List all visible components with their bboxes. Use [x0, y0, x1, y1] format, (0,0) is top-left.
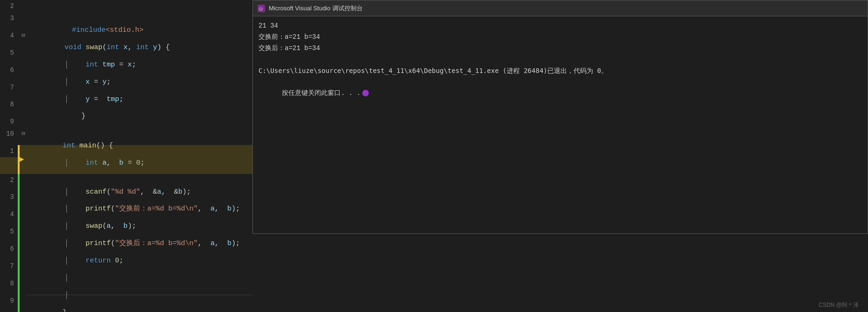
code-line-debug-7: 7 │ — [0, 260, 252, 277]
console-output-empty — [258, 54, 862, 65]
console-press: 按任意键关闭此窗口. . . — [258, 76, 862, 110]
green-bar — [18, 277, 20, 295]
code-line-8: 8 } — [0, 98, 252, 116]
debug-console: Ⓤ Microsoft Visual Studio 调试控制台 21 34 交换… — [252, 0, 868, 234]
console-output-3: 交换后：a=21 b=34 — [258, 43, 862, 54]
green-bar — [18, 191, 20, 208]
code-line-2: 2 — [0, 0, 252, 12]
console-title: Microsoft Visual Studio 调试控制台 — [269, 4, 363, 13]
code-lines: 2 3 #include<stdio.h> 4 ⊟ void swap(int … — [0, 0, 252, 312]
code-line-debug-2: 2 │ scanf("%d %d", &a, &b); — [0, 174, 252, 191]
cursor-dot — [362, 90, 369, 96]
code-line-5: 5 │ int tmp = x; — [0, 47, 252, 64]
code-line-debug-9: 9 } — [0, 295, 252, 312]
svg-text:Ⓤ: Ⓤ — [259, 7, 263, 11]
debug-arrow: ▶ — [20, 153, 24, 166]
code-editor: 2 3 #include<stdio.h> 4 ⊟ void swap(int … — [0, 0, 252, 312]
code-line-debug-8: 8 │ — [0, 277, 252, 295]
code-line-debug-5: 5 │ printf("交换后：a=%d b=%d\n", a, b); — [0, 225, 252, 243]
green-bar — [18, 225, 20, 243]
console-output-2: 交换前：a=21 b=34 — [258, 31, 862, 43]
console-output-1: 21 34 — [258, 20, 862, 31]
code-line-debug-3: 3 │ printf("交换前：a=%d b=%d\n", a, b); — [0, 191, 252, 208]
watermark-area: CSDN @阿＊泽 — [775, 298, 868, 312]
code-line-6: 6 │ x = y; — [0, 64, 252, 81]
code-line-10: 10 ⊟ int main() { — [0, 128, 252, 145]
console-titlebar: Ⓤ Microsoft Visual Studio 调试控制台 — [253, 0, 868, 16]
code-line-debug-1: 1 │ int a, b = 0; ▶ — [0, 145, 252, 174]
fold-indicator-4[interactable]: ⊟ — [20, 29, 27, 42]
green-bar — [18, 174, 20, 191]
code-line-3: 3 #include<stdio.h> — [0, 12, 252, 29]
code-line-9: 9 — [0, 116, 252, 128]
console-body[interactable]: 21 34 交换前：a=21 b=34 交换后：a=21 b=34 C:\Use… — [253, 16, 868, 233]
code-line-debug-6: 6 │ return 0; — [0, 243, 252, 260]
green-bar — [18, 295, 20, 312]
green-bar — [18, 243, 20, 260]
fold-indicator-10[interactable]: ⊟ — [20, 128, 27, 140]
green-bar — [18, 260, 20, 277]
code-line-7: 7 │ y = tmp; — [0, 81, 252, 99]
green-bar — [18, 208, 20, 225]
console-path: C:\Users\liuze\source\repos\test_4_11\x6… — [258, 65, 862, 76]
code-line-4: 4 ⊟ void swap(int x, int y) { — [0, 29, 252, 47]
watermark-text: CSDN @阿＊泽 — [818, 301, 859, 309]
code-line-debug-4: 4 │ swap(a, b); — [0, 208, 252, 225]
vs-icon: Ⓤ — [258, 5, 265, 12]
